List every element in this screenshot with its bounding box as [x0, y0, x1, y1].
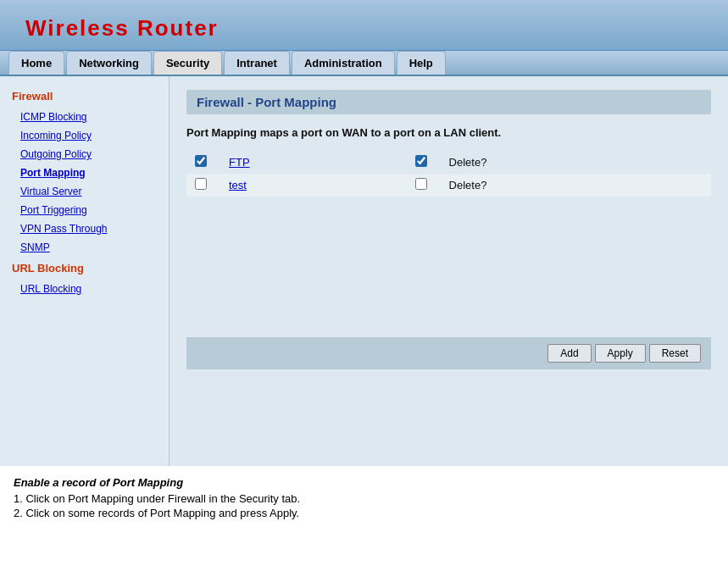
table-row: FTP Delete? [186, 151, 711, 174]
sidebar-item-vpn-pass-through[interactable]: VPN Pass Through [0, 219, 169, 238]
reset-button[interactable]: Reset [649, 344, 701, 363]
footer: Enable a record of Port Mapping 1. Click… [0, 466, 728, 530]
sidebar-item-port-mapping[interactable]: Port Mapping [0, 164, 169, 182]
nav-administration[interactable]: Administration [292, 51, 395, 75]
sidebar-section-url-blocking: URL Blocking [0, 257, 169, 280]
action-row: Add Apply Reset [186, 337, 711, 369]
ftp-delete-label: Delete? [449, 156, 487, 169]
logo: Wireless Router [25, 15, 703, 42]
header: Wireless Router [0, 0, 728, 51]
apply-button[interactable]: Apply [595, 344, 646, 363]
nav-help[interactable]: Help [397, 51, 446, 75]
content-description: Port Mapping maps a port on WAN to a por… [186, 126, 711, 139]
test-delete-label: Delete? [449, 179, 487, 191]
ftp-checkbox[interactable] [195, 155, 207, 167]
ftp-delete-checkbox[interactable] [415, 155, 427, 167]
port-mapping-table: FTP Delete? test Delete? [186, 151, 711, 197]
nav-networking[interactable]: Networking [66, 51, 152, 75]
nav-security[interactable]: Security [153, 51, 222, 75]
test-checkbox[interactable] [195, 178, 207, 190]
sidebar: Firewall ICMP Blocking Incoming Policy O… [0, 76, 169, 466]
content-area: Firewall - Port Mapping Port Mapping map… [169, 76, 728, 466]
sidebar-item-incoming-policy[interactable]: Incoming Policy [0, 126, 169, 145]
sidebar-item-virtual-server[interactable]: Virtual Server [0, 182, 169, 201]
footer-heading: Enable a record of Port Mapping [14, 476, 714, 489]
sidebar-item-snmp[interactable]: SNMP [0, 238, 169, 257]
nav-intranet[interactable]: Intranet [224, 51, 290, 75]
sidebar-item-icmp-blocking[interactable]: ICMP Blocking [0, 108, 169, 126]
sidebar-item-port-triggering[interactable]: Port Triggering [0, 201, 169, 219]
ftp-link[interactable]: FTP [229, 156, 250, 169]
footer-step-2: 2. Click on some records of Port Mapping… [14, 507, 714, 519]
footer-step-1: 1. Click on Port Mapping under Firewall … [14, 492, 714, 505]
main-container: Firewall ICMP Blocking Incoming Policy O… [0, 76, 728, 466]
nav-home[interactable]: Home [8, 51, 64, 75]
nav-bar: Home Networking Security Intranet Admini… [0, 51, 728, 76]
table-row: test Delete? [186, 174, 711, 197]
sidebar-section-firewall: Firewall [0, 85, 169, 108]
content-title: Firewall - Port Mapping [186, 90, 711, 114]
sidebar-item-outgoing-policy[interactable]: Outgoing Policy [0, 145, 169, 164]
sidebar-item-url-blocking[interactable]: URL Blocking [0, 280, 169, 298]
add-button[interactable]: Add [547, 344, 591, 363]
test-link[interactable]: test [229, 179, 247, 191]
test-delete-checkbox[interactable] [415, 178, 427, 190]
